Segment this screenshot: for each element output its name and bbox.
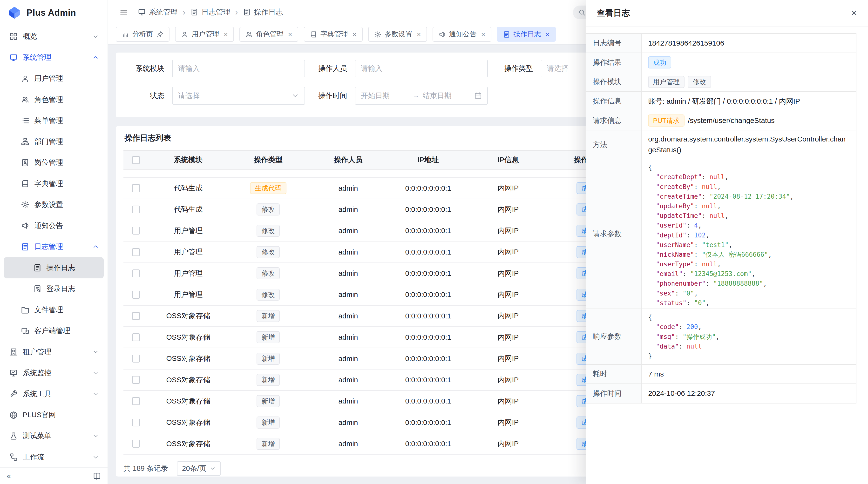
filter-label: 操作类型 [493, 64, 533, 73]
action-badge: 新增 [256, 395, 280, 407]
sidebar: Plus Admin 概览系统管理用户管理角色管理菜单管理部门管理岗位管理字典管… [0, 0, 108, 484]
row-checkbox[interactable] [132, 248, 140, 256]
row-checkbox-cell [123, 205, 148, 213]
tab-user-management[interactable]: 用户管理× [175, 27, 234, 42]
logo[interactable]: Plus Admin [0, 0, 107, 26]
row-checkbox[interactable] [132, 291, 140, 298]
dashboard-icon [9, 32, 18, 40]
sidebar-item-label: 工作流 [23, 452, 44, 462]
sidebar-item-menu-management[interactable]: 菜单管理 [4, 110, 104, 131]
action-badge: 新增 [256, 438, 280, 450]
layout-toggle-icon[interactable] [93, 472, 101, 480]
sidebar-item-file-management[interactable]: 文件管理 [4, 299, 104, 320]
sidebar-item-dept-management[interactable]: 部门管理 [4, 131, 104, 152]
cell-module: 用户管理 [148, 268, 228, 279]
cell-module: OSS对象存储 [148, 354, 228, 363]
placeholder: 请输入 [361, 64, 482, 73]
tab-role-management[interactable]: 角色管理× [240, 27, 298, 42]
sidebar-item-label: 角色管理 [34, 95, 63, 105]
chart-icon [122, 31, 129, 38]
module-tag: 修改 [688, 76, 711, 88]
row-checkbox[interactable] [132, 227, 140, 234]
code-scroll-area[interactable]: { "createDept": null, "createBy": null, … [642, 159, 856, 309]
code-line: "phonenumber": "18888888888", [648, 279, 849, 288]
select-all-checkbox[interactable] [132, 156, 140, 164]
sidebar-item-plus-site[interactable]: PLUS官网 [4, 405, 104, 425]
row-checkbox[interactable] [132, 397, 140, 405]
tab-close-icon[interactable]: × [546, 31, 550, 38]
action-badge: 新增 [256, 417, 280, 428]
sidebar-item-overview[interactable]: 概览 [4, 26, 104, 47]
row-checkbox[interactable] [132, 355, 140, 362]
row-checkbox[interactable] [132, 419, 140, 426]
tab-close-icon[interactable]: × [417, 31, 421, 38]
row-checkbox[interactable] [132, 440, 140, 448]
cell-ip-location: 内网IP [468, 183, 548, 193]
breadcrumb: 系统管理›日志管理›操作日志 [138, 7, 283, 17]
tab-dict-management[interactable]: 字典管理× [304, 27, 363, 42]
sidebar-item-role-management[interactable]: 角色管理 [4, 89, 104, 110]
sidebar-item-tenant-management[interactable]: 租户管理 [4, 341, 104, 362]
pin-icon [156, 31, 163, 38]
row-checkbox[interactable] [132, 312, 140, 320]
sidebar-item-system-monitor[interactable]: 系统监控 [4, 362, 104, 384]
user-icon [181, 31, 188, 38]
chevron-down-icon [93, 433, 99, 439]
sidebar-item-login-log[interactable]: 登录日志 [4, 279, 104, 299]
breadcrumb-item[interactable]: 操作日志 [243, 7, 283, 17]
cell-ip: 0:0:0:0:0:0:0:1 [388, 376, 468, 384]
sidebar-item-dict-management[interactable]: 字典管理 [4, 173, 104, 194]
tab-notice[interactable]: 通知公告× [433, 27, 491, 42]
hamburger-menu-icon[interactable] [120, 8, 128, 16]
sidebar-item-workflow[interactable]: 工作流 [4, 447, 104, 467]
sidebar-item-log-management[interactable]: 日志管理 [4, 236, 104, 257]
date-end-placeholder: 结束日期 [423, 91, 471, 101]
filter-system-module-input[interactable]: 请输入 [172, 60, 305, 77]
tab-operation-log[interactable]: 操作日志× [497, 27, 556, 42]
breadcrumb-item[interactable]: 系统管理 [138, 7, 178, 17]
cell-ip-location: 内网IP [468, 311, 548, 321]
row-checkbox[interactable] [132, 184, 140, 192]
sidebar-item-test-menu[interactable]: 测试菜单 [4, 425, 104, 446]
tab-close-icon[interactable]: × [352, 31, 356, 38]
filter-field-operation-time: 操作时间开始日期→结束日期 [307, 87, 493, 104]
row-checkbox[interactable] [132, 205, 140, 213]
cell-operator: admin [308, 333, 388, 341]
sidebar-item-post-management[interactable]: 岗位管理 [4, 152, 104, 173]
cell-module: 用户管理 [148, 226, 228, 236]
sidebar-item-client-management[interactable]: 客户端管理 [4, 320, 104, 341]
row-checkbox[interactable] [132, 376, 140, 384]
row-checkbox[interactable] [132, 269, 140, 277]
page-size-select[interactable]: 20条/页 [177, 461, 221, 476]
row-checkbox-cell [123, 333, 148, 341]
row-checkbox[interactable] [132, 333, 140, 341]
sidebar-item-user-management[interactable]: 用户管理 [4, 68, 104, 89]
chevron-down-icon [93, 33, 99, 39]
drawer-title: 查看日志 [597, 7, 630, 19]
cell-ip-location: 内网IP [468, 375, 548, 385]
tab-label: 分析页 [132, 29, 153, 39]
sidebar-item-notice[interactable]: 通知公告 [4, 215, 104, 236]
chevron-down-icon [292, 92, 299, 99]
cell-operator: admin [308, 290, 388, 299]
tab-analysis-page[interactable]: 分析页 [116, 27, 169, 42]
sidebar-item-system-tools[interactable]: 系统工具 [4, 384, 104, 405]
filter-label: 系统模块 [125, 64, 164, 73]
tab-close-icon[interactable]: × [224, 31, 228, 38]
column-header: 操作类型 [228, 155, 308, 165]
sidebar-item-system-management[interactable]: 系统管理 [4, 47, 104, 68]
cell-module: 代码生成 [148, 183, 228, 193]
sidebar-item-operation-log[interactable]: 操作日志 [4, 257, 104, 278]
breadcrumb-item[interactable]: 日志管理 [190, 7, 230, 17]
close-icon[interactable]: × [851, 8, 857, 18]
tab-close-icon[interactable]: × [288, 31, 292, 38]
filter-operation-time-range[interactable]: 开始日期→结束日期 [355, 87, 488, 104]
filter-operator-input[interactable]: 请输入 [355, 60, 488, 77]
collapse-sidebar-icon[interactable]: « [7, 472, 11, 480]
cell-module: OSS对象存储 [148, 396, 228, 406]
tab-param-settings[interactable]: 参数设置× [368, 27, 427, 42]
sidebar-item-param-settings[interactable]: 参数设置 [4, 194, 104, 215]
filter-status-select[interactable]: 请选择 [172, 87, 305, 104]
placeholder: 请输入 [178, 64, 299, 73]
tab-close-icon[interactable]: × [481, 31, 485, 38]
